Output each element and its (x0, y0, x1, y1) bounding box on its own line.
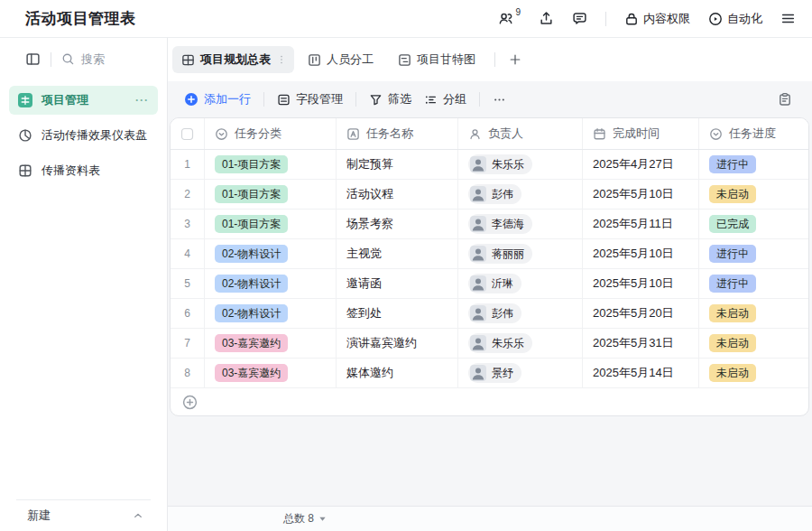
form-share-button[interactable] (778, 92, 792, 107)
add-view-button[interactable] (503, 48, 527, 71)
sidebar-top-divider (51, 52, 51, 67)
caret-down-icon[interactable] (318, 515, 327, 523)
row-number[interactable]: 1 (171, 150, 205, 179)
column-header-task-name[interactable]: 任务名称 (337, 118, 458, 149)
cell-status[interactable]: 进行中 (699, 269, 808, 298)
record-count[interactable]: 总数 8 (283, 511, 314, 526)
cell-status[interactable]: 进行中 (699, 239, 808, 268)
automation-button[interactable]: 自动化 (708, 11, 762, 27)
cell-task-name[interactable]: 媒体邀约 (337, 359, 458, 387)
table-row[interactable]: 3 01-项目方案 场景考察 李德海 2025年5月11日 (171, 210, 808, 239)
cell-due-date[interactable]: 2025年4月27日 (583, 150, 699, 179)
cell-due-date[interactable]: 2025年5月20日 (583, 299, 699, 328)
tab-personnel[interactable]: 人员分工 (297, 46, 384, 73)
column-header-category[interactable]: 任务分类 (205, 118, 337, 149)
menu-button[interactable] (780, 11, 796, 26)
more-vertical-icon[interactable] (276, 54, 287, 65)
due-date: 2025年5月10日 (593, 246, 674, 262)
sidebar-item-dashboard[interactable]: 活动传播效果仪表盘 (9, 121, 158, 150)
column-header-owner[interactable]: 负责人 (458, 118, 583, 149)
collaborators-button[interactable]: 9 (497, 11, 521, 26)
cell-status[interactable]: 未启动 (699, 359, 808, 387)
cell-due-date[interactable]: 2025年5月14日 (583, 359, 699, 387)
cell-owner[interactable]: 沂琳 (458, 269, 583, 298)
cell-category[interactable]: 01-项目方案 (205, 180, 337, 209)
add-row-button[interactable]: 添加一行 (184, 91, 251, 107)
toolbar-divider (263, 92, 264, 107)
cell-owner[interactable]: 朱乐乐 (458, 150, 583, 179)
select-all-checkbox[interactable] (171, 118, 205, 149)
status-pill: 进行中 (709, 155, 756, 173)
cell-due-date[interactable]: 2025年5月10日 (583, 269, 699, 298)
cell-task-name[interactable]: 签到处 (337, 299, 458, 328)
cell-status[interactable]: 未启动 (699, 299, 808, 328)
new-button[interactable]: 新建 (0, 500, 167, 531)
cell-category[interactable]: 02-物料设计 (205, 299, 337, 328)
table-row[interactable]: 4 02-物料设计 主视觉 蒋丽丽 2025年5月10日 进 (171, 239, 808, 269)
cell-category[interactable]: 02-物料设计 (205, 239, 337, 268)
cell-due-date[interactable]: 2025年5月11日 (583, 210, 699, 238)
row-number[interactable]: 4 (171, 239, 205, 268)
table-row[interactable]: 6 02-物料设计 签到处 彭伟 2025年5月20日 未启 (171, 299, 808, 329)
chevron-up-icon[interactable] (133, 510, 143, 521)
table-row[interactable]: 8 03-嘉宾邀约 媒体邀约 景纾 2025年5月14日 未 (171, 359, 808, 388)
cell-task-name[interactable]: 活动议程 (337, 180, 458, 209)
task-name: 演讲嘉宾邀约 (346, 335, 417, 351)
cell-category[interactable]: 02-物料设计 (205, 269, 337, 298)
cell-owner[interactable]: 彭伟 (458, 180, 583, 209)
table-row[interactable]: 1 01-项目方案 制定预算 朱乐乐 2025年4月27日 (171, 150, 808, 180)
cell-owner[interactable]: 蒋丽丽 (458, 239, 583, 268)
tab-project-plan[interactable]: 项目规划总表 (172, 46, 294, 73)
cell-category[interactable]: 03-嘉宾邀约 (205, 329, 337, 358)
cell-owner[interactable]: 朱乐乐 (458, 329, 583, 358)
table-row[interactable]: 5 02-物料设计 邀请函 沂琳 2025年5月10日 进行 (171, 269, 808, 299)
cell-task-name[interactable]: 场景考察 (337, 210, 458, 238)
cell-status[interactable]: 已完成 (699, 210, 808, 238)
cell-status[interactable]: 未启动 (699, 329, 808, 358)
cell-due-date[interactable]: 2025年5月31日 (583, 329, 699, 358)
row-number[interactable]: 8 (171, 359, 205, 387)
cell-category[interactable]: 03-嘉宾邀约 (205, 359, 337, 387)
sidebar-item-material-table[interactable]: 传播资料表 (9, 156, 158, 185)
row-number[interactable]: 6 (171, 299, 205, 328)
cell-category[interactable]: 01-项目方案 (205, 210, 337, 238)
cell-task-name[interactable]: 演讲嘉宾邀约 (337, 329, 458, 358)
sidebar-item-project-management[interactable]: 项目管理 ··· (9, 86, 158, 115)
sidebar-toggle-button[interactable] (25, 51, 41, 67)
group-button[interactable]: 分组 (424, 91, 466, 107)
row-number[interactable]: 3 (171, 210, 205, 238)
main-area: 项目规划总表 人员分工 (168, 38, 812, 531)
comment-button[interactable] (572, 11, 587, 26)
row-number[interactable]: 7 (171, 329, 205, 358)
tab-gantt[interactable]: 项目甘特图 (387, 46, 486, 73)
sidebar-item-more-icon[interactable]: ··· (135, 94, 149, 107)
status-pill: 已完成 (709, 215, 756, 233)
column-header-status[interactable]: 任务进度 (699, 118, 808, 149)
more-button[interactable] (493, 93, 506, 107)
cell-task-name[interactable]: 主视觉 (337, 239, 458, 268)
share-button[interactable] (539, 11, 554, 26)
group-icon (424, 93, 438, 107)
column-header-due-date[interactable]: 完成时间 (583, 118, 699, 149)
row-number[interactable]: 5 (171, 269, 205, 298)
cell-status[interactable]: 进行中 (699, 150, 808, 179)
cell-status[interactable]: 未启动 (699, 180, 808, 209)
cell-owner[interactable]: 彭伟 (458, 299, 583, 328)
tab-label: 项目甘特图 (417, 51, 475, 68)
cell-due-date[interactable]: 2025年5月10日 (583, 180, 699, 209)
add-record-row[interactable] (171, 388, 808, 415)
content-permission-button[interactable]: 内容权限 (624, 11, 690, 27)
row-number[interactable]: 2 (171, 180, 205, 209)
cell-owner[interactable]: 景纾 (458, 359, 583, 387)
cell-task-name[interactable]: 邀请函 (337, 269, 458, 298)
table-row[interactable]: 7 03-嘉宾邀约 演讲嘉宾邀约 朱乐乐 2025年5月31日 (171, 329, 808, 359)
table-row[interactable]: 2 01-项目方案 活动议程 彭伟 2025年5月10日 未 (171, 180, 808, 210)
cell-owner[interactable]: 李德海 (458, 210, 583, 238)
field-manage-button[interactable]: 字段管理 (277, 91, 343, 107)
filter-button[interactable]: 筛选 (369, 91, 411, 107)
sidebar-toggle-icon (25, 51, 41, 67)
cell-task-name[interactable]: 制定预算 (337, 150, 458, 179)
search-input[interactable]: 搜索 (61, 51, 105, 68)
cell-category[interactable]: 01-项目方案 (205, 150, 337, 179)
cell-due-date[interactable]: 2025年5月10日 (583, 239, 699, 268)
